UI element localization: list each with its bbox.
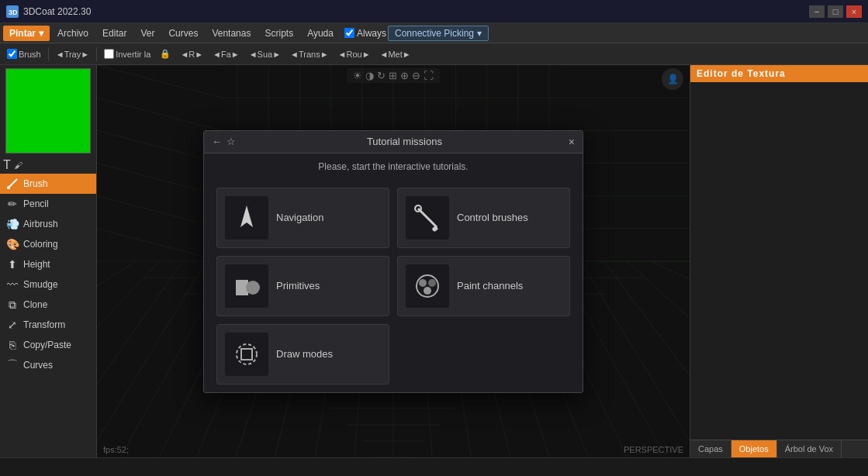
modal-overlay: ← ☆ Tutorial missions × Please, start th… xyxy=(97,65,690,457)
menu-ver[interactable]: Ver xyxy=(134,26,161,41)
dialog-close-button[interactable]: × xyxy=(569,136,575,148)
tool-curves[interactable]: ⌒ Curves xyxy=(0,355,96,375)
window-controls[interactable]: − □ × xyxy=(809,5,862,18)
tool-brush-label: Brush xyxy=(23,178,47,189)
tutorial-cards-grid: Navigation Control brushes xyxy=(204,180,583,392)
tool-coloring[interactable]: 🎨 Coloring xyxy=(0,234,96,254)
tool-smudge[interactable]: 〰 Smudge xyxy=(0,274,96,295)
tb-lock[interactable]: 🔒 xyxy=(156,47,175,60)
tb-trans[interactable]: ◄Rou► xyxy=(334,48,375,60)
tb-separator2 xyxy=(96,47,97,61)
tb-sua[interactable]: ◄Trans► xyxy=(286,48,332,60)
menu-scripts[interactable]: Scripts xyxy=(258,26,299,41)
brush-icon xyxy=(6,178,19,190)
brush-check[interactable] xyxy=(7,49,17,59)
tutorial-dialog: ← ☆ Tutorial missions × Please, start th… xyxy=(203,130,583,393)
tb-invert[interactable]: Invertir la xyxy=(100,47,154,60)
paint-channels-card-label: Paint channels xyxy=(457,280,523,291)
tool-coloring-label: Coloring xyxy=(23,239,58,250)
tb-fa[interactable]: ◄Fa► xyxy=(209,48,244,60)
copypaste-icon: ⎘ xyxy=(6,339,19,351)
main-layout: T 🖌 Brush ✏ Pencil 💨 Airbrush 🎨 Coloring xyxy=(0,65,868,457)
curves-icon: ⌒ xyxy=(6,359,19,371)
tutorial-card-navigation[interactable]: Navigation xyxy=(216,188,389,248)
tb-brush[interactable]: Brush xyxy=(3,47,45,60)
left-sidebar: T 🖌 Brush ✏ Pencil 💨 Airbrush 🎨 Coloring xyxy=(0,65,97,457)
svg-text:3D: 3D xyxy=(9,9,18,16)
right-panel-content xyxy=(690,82,868,440)
tool-airbrush-label: Airbrush xyxy=(23,219,58,229)
height-icon: ⬆ xyxy=(6,258,19,271)
chevron-down-icon: ▾ xyxy=(477,28,482,39)
tb-tray[interactable]: ◄Tray► xyxy=(52,48,93,60)
tb-r[interactable]: ◄R► xyxy=(176,48,207,60)
tb-met[interactable] xyxy=(417,53,424,56)
menu-pintar[interactable]: Pintar ▾ xyxy=(3,26,50,41)
brush-preview xyxy=(5,68,91,153)
app-icon: 3D xyxy=(6,5,19,18)
dialog-subtitle: Please, start the interactive tutorials. xyxy=(204,153,583,180)
smudge-icon: 〰 xyxy=(6,278,19,291)
tab-arbol-vox[interactable]: Árbol de Vox xyxy=(777,440,842,457)
texture-editor-label: Editor de Textura xyxy=(697,68,786,79)
menu-ventanas[interactable]: Ventanas xyxy=(206,26,257,41)
tutorial-card-draw-modes[interactable]: Draw modes xyxy=(216,324,389,385)
minimize-button[interactable]: − xyxy=(809,5,825,18)
maximize-button[interactable]: □ xyxy=(828,5,843,18)
dialog-back-icon[interactable]: ← xyxy=(212,136,222,147)
always-check-input[interactable] xyxy=(344,28,354,38)
tool-brush[interactable]: Brush xyxy=(0,174,96,194)
tutorial-card-paint-channels[interactable]: Paint channels xyxy=(397,256,570,316)
airbrush-icon: 💨 xyxy=(6,218,19,230)
tb-prof[interactable]: ◄Sua► xyxy=(245,48,285,60)
menu-curves[interactable]: Curves xyxy=(162,26,204,41)
primitives-card-label: Primitives xyxy=(276,280,320,291)
navigation-card-icon xyxy=(225,196,268,240)
tool-pencil[interactable]: ✏ Pencil xyxy=(0,194,96,214)
svg-point-80 xyxy=(424,287,431,295)
svg-point-78 xyxy=(419,279,427,287)
pencil-icon: ✏ xyxy=(6,198,19,210)
invert-check[interactable] xyxy=(104,49,114,59)
connective-picking[interactable]: Connective Picking ▾ xyxy=(388,26,489,41)
text-tool-icon: T xyxy=(3,158,11,172)
primitives-card-icon xyxy=(225,264,268,308)
control-brushes-card-icon xyxy=(406,196,449,240)
paint-channels-card-icon xyxy=(406,264,449,308)
tool-transform[interactable]: ⤢ Transform xyxy=(0,315,96,335)
tb-rou[interactable]: ◄Met► xyxy=(376,48,415,60)
dialog-titlebar: ← ☆ Tutorial missions × xyxy=(204,131,583,153)
menu-editar[interactable]: Editar xyxy=(96,26,133,41)
tool-clone[interactable]: ⧉ Clone xyxy=(0,295,96,315)
always-label: Always xyxy=(357,28,386,39)
tab-capas[interactable]: Capas xyxy=(690,440,731,457)
close-button[interactable]: × xyxy=(846,5,862,18)
tool-transform-label: Transform xyxy=(23,319,65,330)
menubar: Pintar ▾ Archivo Editar Ver Curves Venta… xyxy=(0,23,868,43)
menu-archivo[interactable]: Archivo xyxy=(51,26,95,41)
tool-copypaste[interactable]: ⎘ Copy/Paste xyxy=(0,335,96,355)
svg-point-76 xyxy=(246,281,260,295)
dialog-title: Tutorial missions xyxy=(240,136,569,147)
connective-picking-label: Connective Picking xyxy=(395,28,474,39)
svg-point-79 xyxy=(428,279,436,287)
dialog-star-icon[interactable]: ☆ xyxy=(227,136,236,147)
tool-curves-label: Curves xyxy=(23,360,53,371)
tool-height[interactable]: ⬆ Height xyxy=(0,254,96,274)
window-title: 3DCoat 2022.30 xyxy=(23,6,804,17)
tutorial-card-control-brushes[interactable]: Control brushes xyxy=(397,188,570,248)
always-checkbox[interactable]: Always xyxy=(344,28,386,39)
texture-editor-bar: Editor de Textura xyxy=(690,65,868,82)
tool-airbrush[interactable]: 💨 Airbrush xyxy=(0,214,96,234)
viewport[interactable]: ☀ ◑ ↻ ⊞ ⊕ ⊖ ⛶ 👤 PERSPECTIVE fps:52; ← ☆ … xyxy=(97,65,690,457)
tool-smudge-label: Smudge xyxy=(23,279,58,290)
menu-ayuda[interactable]: Ayuda xyxy=(301,26,340,41)
svg-line-73 xyxy=(418,209,437,227)
clone-icon: ⧉ xyxy=(6,298,19,311)
paint-icon: 🖌 xyxy=(14,160,22,170)
tool-pencil-label: Pencil xyxy=(23,198,49,209)
tutorial-card-primitives[interactable]: Primitives xyxy=(216,256,389,316)
tool-height-label: Height xyxy=(23,259,50,270)
toolbar: Brush ◄Tray► Invertir la 🔒 ◄R► ◄Fa► ◄Sua… xyxy=(0,43,868,65)
tab-objetos[interactable]: Objetos xyxy=(731,440,777,457)
